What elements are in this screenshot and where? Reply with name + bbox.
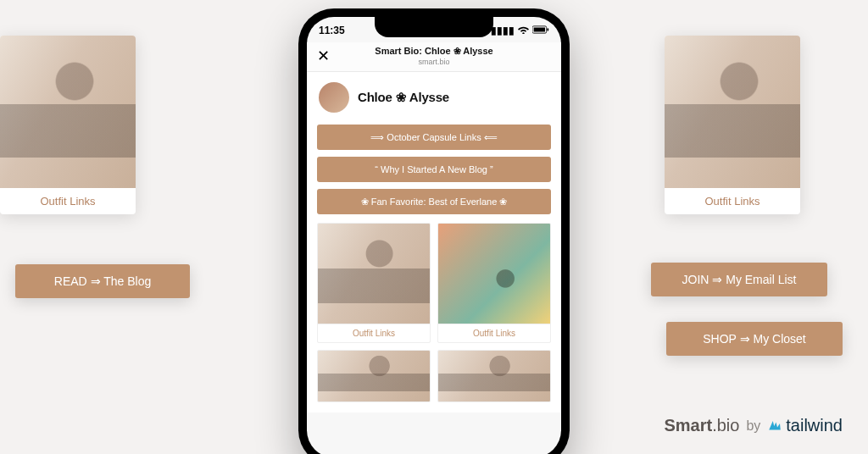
grid-photo [318,224,430,324]
brand-wordmark: Smart.bio by tailwind [664,416,843,435]
outfit-photo [0,36,136,188]
grid-photo [438,351,550,401]
tailwind-icon [767,418,782,434]
outfit-card-left[interactable]: Outfit Links [0,36,136,214]
grid-caption: Outfit Links [438,324,550,342]
wifi-icon [518,25,529,36]
card-caption: Outfit Links [0,188,136,214]
link-button[interactable]: ❀ Fan Favorite: Best of Everlane ❀ [317,189,551,214]
signal-icon: ▮▮▮▮ [491,25,515,36]
svg-rect-2 [548,28,549,30]
card-caption: Outfit Links [665,188,800,214]
page-title: Smart Bio: Chloe ❀ Alysse [334,46,534,57]
by-label: by [746,418,760,434]
username: Chloe ❀ Alysse [358,90,449,105]
grid-item[interactable]: Outfit Links [317,223,431,343]
grid-item[interactable]: Outfit Links [437,223,551,343]
read-blog-button[interactable]: READ ⇒ The Blog [15,264,190,298]
smartbio-logo: Smart.bio [664,416,739,435]
profile-row: Chloe ❀ Alysse [307,72,561,121]
join-email-button[interactable]: JOIN ⇒ My Email List [651,263,827,296]
link-button[interactable]: ⟹ October Capsule Links ⟸ [317,125,551,150]
battery-icon [532,25,549,36]
avatar[interactable] [319,82,349,113]
grid-item[interactable] [437,350,551,402]
grid-item[interactable] [317,350,431,402]
shop-closet-button[interactable]: SHOP ⇒ My Closet [666,322,843,356]
link-button[interactable]: “ Why I Started A New Blog ” [317,157,551,182]
page-domain: smart.bio [334,58,534,66]
webview-header: ✕ Smart Bio: Chloe ❀ Alysse smart.bio [307,42,561,72]
grid-photo [438,224,550,324]
svg-rect-1 [534,28,545,32]
link-buttons: ⟹ October Capsule Links ⟸ “ Why I Starte… [307,121,561,223]
grid-photo [318,351,430,401]
tailwind-logo: tailwind [767,416,843,435]
close-icon[interactable]: ✕ [317,47,334,65]
phone-notch [375,17,493,37]
outfit-photo [665,36,800,188]
outfit-card-right[interactable]: Outfit Links [665,36,800,214]
grid-caption: Outfit Links [318,324,430,342]
phone-mockup: 11:35 ▮▮▮▮ ✕ Smart Bio: Chloe ❀ Alysse s… [298,8,570,454]
post-grid: Outfit Links Outfit Links [307,223,561,412]
status-time: 11:35 [319,25,345,36]
